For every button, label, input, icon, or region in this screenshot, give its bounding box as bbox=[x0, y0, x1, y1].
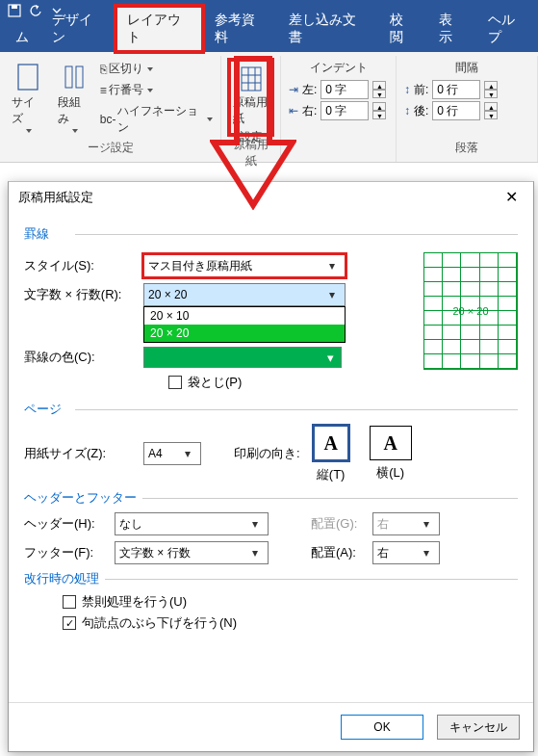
landscape-label: 横(L) bbox=[376, 464, 404, 482]
footer-select[interactable]: 文字数 × 行数 ▾ bbox=[115, 541, 269, 564]
chevron-down-icon: ▾ bbox=[321, 351, 339, 365]
footer-align-value: 右 bbox=[377, 545, 389, 561]
gridsize-value: 20 × 20 bbox=[148, 288, 187, 301]
indent-right-spinner[interactable]: ▲▼ bbox=[372, 102, 386, 119]
gridsize-select[interactable]: 20 × 20 ▾ bbox=[143, 283, 346, 306]
cancel-button[interactable]: キャンセル bbox=[437, 715, 520, 740]
svg-rect-3 bbox=[65, 66, 72, 88]
grid-preview: 20 × 20 bbox=[423, 252, 518, 370]
gridsize-label: 文字数 × 行数(R): bbox=[24, 286, 140, 303]
ok-button[interactable]: OK bbox=[341, 715, 423, 740]
size-button[interactable]: サイズ bbox=[8, 60, 48, 137]
fold-label: 袋とじ(P) bbox=[188, 374, 242, 391]
orientation-landscape[interactable]: A 横(L) bbox=[370, 426, 412, 482]
breaks-button[interactable]: ⎘区切り bbox=[100, 60, 213, 78]
line-numbers-label: 行番号 bbox=[109, 82, 143, 98]
hanging-checkbox[interactable]: ✓ bbox=[63, 616, 76, 630]
footer-align-label: 配置(A): bbox=[311, 544, 369, 561]
tab-layout[interactable]: レイアウト bbox=[115, 6, 203, 52]
footer-label: フッター(F): bbox=[24, 544, 111, 561]
tab-home[interactable]: ム bbox=[4, 23, 40, 52]
kinsoku-checkbox[interactable] bbox=[63, 595, 76, 609]
section-grid: 罫線 bbox=[24, 226, 55, 241]
tab-help[interactable]: ヘルプ bbox=[476, 6, 538, 52]
header-label: ヘッダー(H): bbox=[24, 515, 111, 533]
tab-review[interactable]: 校閲 bbox=[378, 6, 427, 52]
close-button[interactable]: ✕ bbox=[500, 188, 524, 206]
gridsize-option-0[interactable]: 20 × 10 bbox=[144, 307, 345, 325]
header-select[interactable]: なし ▾ bbox=[115, 512, 269, 535]
hyphenation-button[interactable]: bc‑ハイフネーション bbox=[100, 102, 213, 137]
indent-left-input[interactable] bbox=[320, 80, 369, 99]
chevron-down-icon: ▾ bbox=[246, 546, 264, 560]
page-size-icon bbox=[14, 62, 41, 92]
indent-right-label: 右: bbox=[302, 103, 317, 119]
chevron-down-icon: ▾ bbox=[246, 517, 264, 531]
dialog-title: 原稿用紙設定 bbox=[18, 189, 93, 206]
style-select[interactable]: マス目付き原稿用紙 ▾ bbox=[143, 254, 346, 277]
tab-mailings[interactable]: 差し込み文書 bbox=[277, 6, 378, 52]
orientation-portrait[interactable]: A 縦(T) bbox=[312, 424, 350, 483]
svg-rect-1 bbox=[12, 5, 17, 9]
hyphenation-label: ハイフネーション bbox=[117, 103, 203, 136]
tab-view[interactable]: 表示 bbox=[427, 6, 476, 52]
page-setup-group-label: ージ設定 bbox=[8, 138, 213, 158]
paragraph-group-label: 段落 bbox=[404, 138, 529, 158]
paper-select[interactable]: A4 ▾ bbox=[143, 442, 201, 465]
indent-title: インデント bbox=[289, 60, 388, 76]
indent-right-input[interactable] bbox=[320, 101, 369, 120]
chevron-down-icon: ▾ bbox=[179, 447, 196, 460]
gridsize-dropdown-list: 20 × 10 20 × 20 bbox=[143, 306, 346, 343]
line-numbers-icon: ≡ bbox=[100, 84, 107, 97]
size-label: サイズ bbox=[12, 94, 44, 127]
annotation-arrow bbox=[210, 56, 296, 210]
space-after-label: 後: bbox=[414, 103, 428, 119]
portrait-icon: A bbox=[312, 424, 350, 462]
tab-references[interactable]: 参考資料 bbox=[203, 6, 278, 52]
color-select[interactable]: ▾ bbox=[143, 347, 342, 368]
style-label: スタイル(S): bbox=[24, 257, 140, 274]
space-before-icon: ↕ bbox=[404, 83, 410, 96]
hanging-label: 句読点のぶら下げを行う(N) bbox=[82, 614, 237, 632]
group-page-setup: サイズ 段組み ⎘区切り ≡行番号 bc‑ハイフネーション ージ設定 bbox=[0, 56, 221, 162]
chevron-down-icon: ▾ bbox=[418, 546, 435, 560]
columns-icon bbox=[61, 62, 88, 92]
space-before-input[interactable] bbox=[432, 80, 480, 99]
paper-label: 用紙サイズ(Z): bbox=[24, 445, 140, 462]
footer-value: 文字数 × 行数 bbox=[119, 545, 191, 561]
tab-design[interactable]: デザイン bbox=[40, 6, 115, 52]
ribbon-tabs: ム デザイン レイアウト 参考資料 差し込み文書 校閲 表示 ヘルプ bbox=[0, 21, 538, 52]
footer-align-select[interactable]: 右 ▾ bbox=[372, 541, 440, 564]
chevron-down-icon: ▾ bbox=[418, 517, 435, 531]
chevron-down-icon: ▾ bbox=[323, 259, 341, 273]
spacing-title: 間隔 bbox=[404, 60, 529, 76]
orientation-label: 印刷の向き: bbox=[234, 445, 300, 462]
group-spacing: 間隔 ↕ 前: ▲▼ ↕ 後: ▲▼ 段落 bbox=[397, 56, 538, 162]
section-page: ページ bbox=[24, 402, 67, 416]
breaks-label: 区切り bbox=[109, 61, 143, 77]
columns-button[interactable]: 段組み bbox=[54, 60, 94, 137]
chevron-down-icon: ▾ bbox=[323, 288, 341, 301]
space-after-icon: ↕ bbox=[404, 104, 410, 117]
space-after-input[interactable] bbox=[432, 101, 480, 120]
header-align-select: 右 ▾ bbox=[372, 512, 440, 535]
group-indent: インデント ⇥ 左: ▲▼ ⇤ 右: ▲▼ bbox=[281, 56, 397, 162]
preview-size-label: 20 × 20 bbox=[452, 305, 488, 317]
header-align-value: 右 bbox=[377, 516, 389, 533]
svg-rect-2 bbox=[18, 65, 38, 90]
fold-checkbox[interactable] bbox=[168, 376, 182, 389]
save-icon[interactable] bbox=[6, 2, 23, 19]
genkou-dialog: 原稿用紙設定 ✕ 罫線 スタイル(S): マス目付き原稿用紙 ▾ 文字数 × 行… bbox=[8, 181, 534, 752]
landscape-icon: A bbox=[370, 426, 412, 460]
space-after-spinner[interactable]: ▲▼ bbox=[484, 102, 498, 119]
line-numbers-button[interactable]: ≡行番号 bbox=[100, 81, 213, 99]
header-value: なし bbox=[119, 516, 142, 533]
indent-left-spinner[interactable]: ▲▼ bbox=[372, 81, 386, 98]
header-align-label: 配置(G): bbox=[311, 515, 369, 533]
space-before-spinner[interactable]: ▲▼ bbox=[484, 81, 498, 98]
kinsoku-label: 禁則処理を行う(U) bbox=[82, 593, 187, 611]
portrait-label: 縦(T) bbox=[317, 466, 346, 483]
section-break: 改行時の処理 bbox=[24, 571, 105, 586]
gridsize-option-1[interactable]: 20 × 20 bbox=[144, 325, 345, 342]
svg-rect-4 bbox=[76, 66, 83, 88]
